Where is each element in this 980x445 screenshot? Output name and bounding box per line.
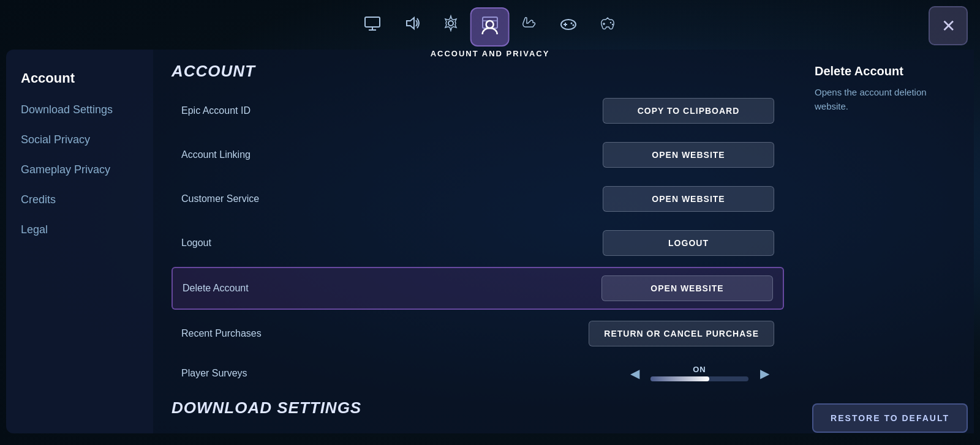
restore-to-default-button[interactable]: RESTORE TO DEFAULT <box>812 403 968 433</box>
display-icon[interactable] <box>355 6 390 40</box>
info-panel-title: Delete Account <box>815 64 962 78</box>
account-nav-icon[interactable] <box>470 7 510 47</box>
recent-purchases-label: Recent Purchases <box>181 328 589 339</box>
account-linking-row: Account Linking OPEN WEBSITE <box>172 135 784 175</box>
delete-account-row: Delete Account OPEN WEBSITE <box>172 267 784 310</box>
recent-purchases-row: Recent Purchases RETURN OR CANCEL PURCHA… <box>172 313 784 354</box>
logout-button[interactable]: LOGOUT <box>603 230 774 256</box>
account-section: ACCOUNT Epic Account ID COPY TO CLIPBOAR… <box>172 62 784 389</box>
gamepad-simple-icon[interactable] <box>551 6 586 40</box>
download-settings-heading: DOWNLOAD SETTINGS <box>172 398 784 417</box>
cellular-data-row: Cellular Data Download ◀ OFF ▶ <box>172 427 784 433</box>
download-settings-section: DOWNLOAD SETTINGS Cellular Data Download… <box>172 398 784 433</box>
player-surveys-row: Player Surveys ◀ ON ▶ <box>172 357 784 389</box>
customer-service-label: Customer Service <box>181 193 603 204</box>
copy-to-clipboard-button[interactable]: COPY TO CLIPBOARD <box>603 98 774 124</box>
player-surveys-fill <box>650 376 709 381</box>
logout-row: Logout LOGOUT <box>172 223 784 263</box>
svg-marker-3 <box>407 18 414 29</box>
close-button[interactable]: ✕ <box>929 6 968 45</box>
sidebar-item-social-privacy[interactable]: Social Privacy <box>6 125 153 155</box>
account-linking-button[interactable]: OPEN WEBSITE <box>603 142 774 168</box>
info-panel-description: Opens the account deletion website. <box>815 86 962 113</box>
audio-icon[interactable] <box>394 6 429 40</box>
sidebar-item-account[interactable]: Account <box>6 62 153 95</box>
player-surveys-track <box>650 376 748 381</box>
nav-section-label: ACCOUNT AND PRIVACY <box>431 49 550 58</box>
main-layout: Account Download Settings Social Privacy… <box>0 50 980 433</box>
sidebar-item-credits[interactable]: Credits <box>6 185 153 215</box>
svg-rect-0 <box>365 17 380 27</box>
player-surveys-label: Player Surveys <box>181 368 625 379</box>
account-heading: ACCOUNT <box>172 62 784 81</box>
player-surveys-toggle: ◀ ON ▶ <box>625 365 774 381</box>
svg-point-12 <box>573 24 575 26</box>
svg-point-15 <box>610 22 611 23</box>
sidebar-item-download-settings[interactable]: Download Settings <box>6 95 153 125</box>
sidebar-item-gameplay-privacy[interactable]: Gameplay Privacy <box>6 155 153 185</box>
controller-icon[interactable] <box>590 6 625 40</box>
active-section-header: ACCOUNT AND PRIVACY <box>431 7 550 58</box>
svg-point-11 <box>571 23 573 24</box>
logout-label: Logout <box>181 237 603 249</box>
account-linking-label: Account Linking <box>181 149 603 160</box>
customer-service-row: Customer Service OPEN WEBSITE <box>172 179 784 219</box>
sidebar: Account Download Settings Social Privacy… <box>6 50 153 433</box>
epic-account-id-label: Epic Account ID <box>181 105 603 116</box>
top-navigation: ACCOUNT AND PRIVACY ✕ <box>0 0 980 47</box>
epic-account-id-row: Epic Account ID COPY TO CLIPBOARD <box>172 91 784 131</box>
recent-purchases-button[interactable]: RETURN OR CANCEL PURCHASE <box>589 321 774 346</box>
player-surveys-value: ON <box>693 365 706 374</box>
content-area: ACCOUNT Epic Account ID COPY TO CLIPBOAR… <box>153 50 802 433</box>
player-surveys-prev-arrow[interactable]: ◀ <box>625 366 644 381</box>
player-surveys-next-arrow[interactable]: ▶ <box>755 366 774 381</box>
delete-account-button[interactable]: OPEN WEBSITE <box>601 275 773 301</box>
info-panel: Delete Account Opens the account deletio… <box>802 50 974 433</box>
svg-point-17 <box>486 21 494 28</box>
customer-service-button[interactable]: OPEN WEBSITE <box>603 186 774 212</box>
svg-point-16 <box>612 24 613 25</box>
delete-account-label: Delete Account <box>183 283 601 294</box>
sidebar-item-legal[interactable]: Legal <box>6 215 153 245</box>
